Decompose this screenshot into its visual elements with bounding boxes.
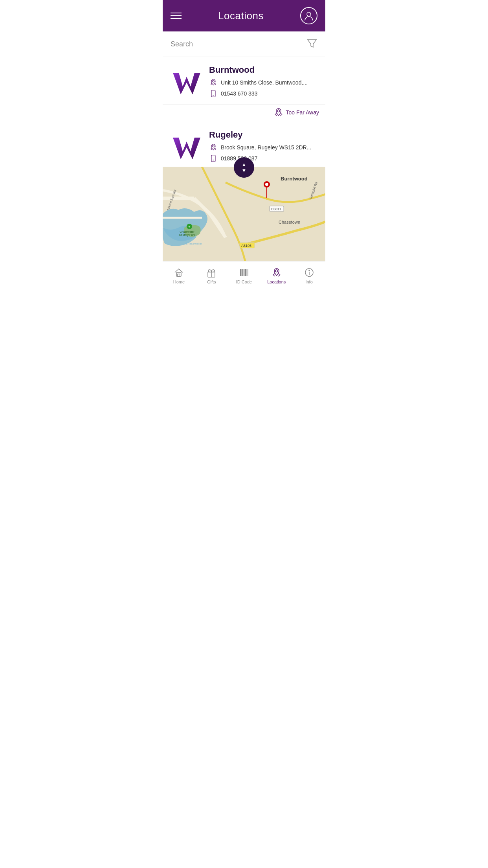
- nav-item-home[interactable]: Home: [163, 261, 195, 289]
- location-logo-rugeley: [169, 130, 204, 165]
- svg-line-65: [273, 275, 275, 276]
- locations-list: Burntwood Unit 10 Smiths Close, Burntwoo…: [163, 57, 325, 167]
- svg-rect-52: [178, 274, 180, 276]
- svg-line-12: [275, 114, 277, 116]
- svg-point-10: [277, 110, 280, 112]
- nav-label-id-code: ID Code: [236, 280, 252, 284]
- svg-marker-15: [173, 138, 200, 159]
- map-toggle-button[interactable]: ▲ ▼: [234, 157, 254, 178]
- app-container: Locations Search: [163, 0, 325, 289]
- location-logo-burntwood: [169, 65, 204, 100]
- nav-item-info[interactable]: Info: [293, 261, 325, 289]
- chevron-up-icon: ▲: [242, 162, 247, 167]
- svg-text:+: +: [188, 225, 190, 229]
- bottom-nav: Home Gifts ID Code: [163, 261, 325, 289]
- location-distance-burntwood: Too Far Away: [163, 105, 325, 122]
- location-phone-row-rugeley: 01889 580 087: [209, 154, 319, 163]
- svg-rect-51: [176, 272, 181, 276]
- svg-point-16: [213, 145, 215, 147]
- svg-rect-21: [211, 155, 215, 162]
- svg-line-7: [215, 84, 216, 85]
- menu-button[interactable]: [171, 13, 182, 19]
- location-item-burntwood[interactable]: Burntwood Unit 10 Smiths Close, Burntwoo…: [163, 57, 325, 122]
- svg-line-64: [273, 273, 275, 275]
- svg-line-14: [280, 114, 282, 116]
- svg-point-50: [265, 183, 268, 186]
- search-label[interactable]: Search: [171, 40, 193, 48]
- svg-point-0: [307, 12, 311, 16]
- location-address-row-rugeley: Brook Square, Rugeley WS15 2DR...: [209, 143, 319, 152]
- address-icon-rugeley: [209, 143, 218, 152]
- svg-line-13: [280, 113, 282, 114]
- location-phone-burntwood: 01543 670 333: [221, 90, 257, 97]
- nav-item-id-code[interactable]: ID Code: [228, 261, 261, 289]
- svg-text:Country Park: Country Park: [179, 234, 195, 237]
- nav-label-gifts: Gifts: [207, 280, 216, 284]
- svg-line-19: [215, 148, 216, 149]
- map-section: ▲ ▼: [163, 167, 325, 261]
- svg-line-67: [278, 275, 280, 276]
- header: Locations: [163, 0, 325, 31]
- chevron-down-icon: ▼: [242, 168, 247, 173]
- location-details-rugeley: Rugeley Brook Square, Rugeley WS15 2DR..…: [209, 130, 319, 165]
- distance-label-burntwood: Too Far Away: [286, 109, 319, 116]
- svg-line-5: [211, 84, 212, 85]
- svg-text:Chasetown: Chasetown: [279, 220, 300, 224]
- svg-text:B5011: B5011: [271, 207, 281, 211]
- map-container[interactable]: Burntwood B5011 B5011 Chasetown A5195 No…: [163, 167, 325, 261]
- svg-text:A5195: A5195: [241, 244, 251, 248]
- svg-line-4: [211, 83, 212, 85]
- nav-item-locations[interactable]: Locations: [260, 261, 293, 289]
- phone-icon-rugeley: [209, 154, 218, 163]
- svg-text:Chasewater: Chasewater: [185, 242, 202, 245]
- svg-line-6: [215, 83, 216, 85]
- location-details-burntwood: Burntwood Unit 10 Smiths Close, Burntwoo…: [209, 65, 319, 100]
- phone-icon-burntwood: [209, 89, 218, 98]
- location-address-rugeley: Brook Square, Rugeley WS15 2DR...: [221, 144, 311, 151]
- svg-rect-8: [211, 90, 215, 97]
- svg-point-70: [309, 270, 310, 271]
- svg-line-17: [211, 148, 212, 149]
- svg-point-63: [275, 270, 278, 272]
- address-icon-burntwood: [209, 78, 218, 87]
- svg-text:Chasewater: Chasewater: [180, 230, 194, 233]
- profile-button[interactable]: [300, 7, 317, 24]
- location-address-burntwood: Unit 10 Smiths Close, Burntwood,...: [221, 79, 308, 86]
- svg-line-66: [278, 273, 280, 275]
- location-address-row-burntwood: Unit 10 Smiths Close, Burntwood,...: [209, 78, 319, 87]
- nav-label-locations: Locations: [267, 280, 286, 284]
- svg-marker-1: [308, 40, 316, 47]
- nav-item-gifts[interactable]: Gifts: [195, 261, 228, 289]
- svg-line-18: [211, 149, 212, 150]
- location-phone-row-burntwood: 01543 670 333: [209, 89, 319, 98]
- location-name-burntwood: Burntwood: [209, 65, 319, 75]
- svg-line-20: [215, 149, 216, 150]
- nav-label-info: Info: [305, 280, 312, 284]
- page-title: Locations: [218, 10, 264, 22]
- location-name-rugeley: Rugeley: [209, 130, 319, 140]
- search-bar: Search: [163, 31, 325, 57]
- svg-line-11: [275, 113, 277, 114]
- search-filter-button[interactable]: [306, 38, 317, 50]
- svg-marker-2: [173, 73, 200, 94]
- nav-label-home: Home: [173, 280, 185, 284]
- svg-text:Burntwood: Burntwood: [281, 176, 308, 182]
- svg-point-3: [213, 80, 215, 82]
